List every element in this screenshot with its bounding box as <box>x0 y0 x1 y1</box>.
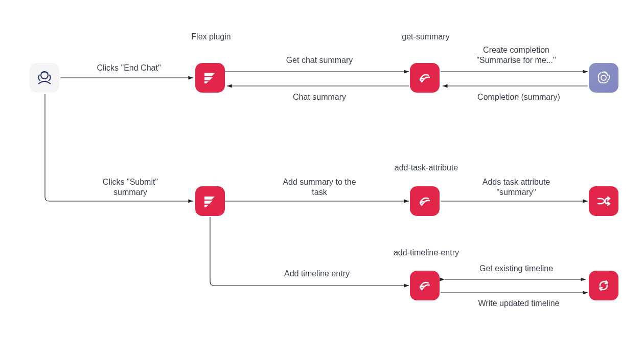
edge-clicks-end-chat: Clicks "End Chat" <box>78 63 180 73</box>
sync-icon <box>595 277 612 294</box>
flex-plugin-node-2 <box>195 186 225 216</box>
agent-icon <box>34 68 55 88</box>
edge-create-completion: Create completion "Summarise for me..." <box>463 45 570 66</box>
add-task-attribute-title: add-task-attribute <box>390 163 462 173</box>
edge-get-chat-summary: Get chat summary <box>276 55 363 66</box>
edge-clicks-submit: Clicks "Submit" summary <box>82 177 179 198</box>
edge-adds-task-attribute: Adds task attribute "summary" <box>465 177 567 198</box>
edge-chat-summary: Chat summary <box>286 92 353 102</box>
flex-plugin-title: Flex plugin <box>189 32 233 42</box>
flex-plugin-icon <box>201 69 219 86</box>
add-task-attribute-node <box>410 186 440 216</box>
sync-node <box>589 271 618 300</box>
edge-add-timeline-entry: Add timeline entry <box>271 269 363 279</box>
get-summary-node <box>410 63 440 93</box>
flex-plugin-node <box>195 63 225 93</box>
edge-completion-summary: Completion (summary) <box>465 92 572 102</box>
edge-add-summary-to-task: Add summary to the task <box>271 177 368 198</box>
functions-icon <box>416 277 433 294</box>
add-timeline-entry-node <box>410 271 440 300</box>
router-node <box>589 186 618 216</box>
flex-plugin-icon <box>201 192 219 210</box>
get-summary-title: get-summary <box>398 32 454 42</box>
functions-icon <box>416 192 433 210</box>
shuffle-icon <box>595 192 612 210</box>
functions-icon <box>416 69 433 86</box>
add-timeline-entry-title: add-timeline-entry <box>390 248 462 258</box>
edge-write-updated-timeline: Write updated timeline <box>465 298 572 309</box>
openai-node <box>589 63 618 93</box>
edge-get-existing-timeline: Get existing timeline <box>465 264 567 274</box>
openai-icon <box>593 68 614 88</box>
agent-node <box>30 63 59 93</box>
svg-point-2 <box>601 75 606 80</box>
